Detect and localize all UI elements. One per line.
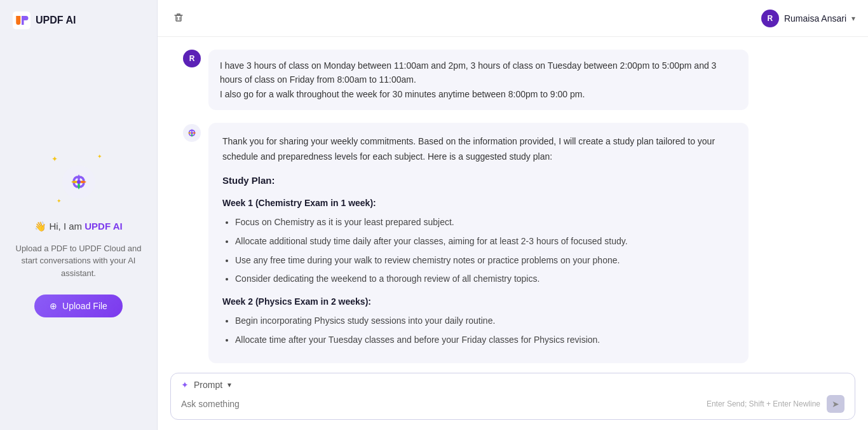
main-header: R Rumaisa Ansari ▾ [158, 0, 868, 37]
sparkle-tr-icon: ✦ [97, 153, 102, 160]
prompt-label: Prompt [194, 380, 222, 390]
ai-logo-container: ✦ ✦ ✦ [50, 153, 107, 211]
user-menu[interactable]: R Rumaisa Ansari ▾ [761, 10, 855, 27]
main-chat-area: R Rumaisa Ansari ▾ R I have 3 hours of c… [158, 0, 868, 430]
study-plan-title: Study Plan: [222, 172, 735, 189]
upload-button-label: Upload File [62, 301, 107, 311]
chat-messages: R I have 3 hours of class on Monday betw… [158, 37, 868, 365]
svg-point-1 [17, 21, 20, 24]
list-item: Begin incorporating Physics study sessio… [235, 314, 735, 329]
user-message-1: R I have 3 hours of class on Monday betw… [183, 50, 843, 110]
sidebar: UPDF AI ✦ ✦ ✦ 👋 Hi, I am UPDF AI Upload … [0, 0, 158, 430]
input-top-row: ✦ Prompt ▾ [181, 380, 844, 390]
input-bottom-row: Enter Send; Shift + Enter Newline ➤ [181, 395, 844, 413]
week1-heading: Week 1 (Chemistry Exam in 1 week): [222, 196, 735, 211]
greeting-text: 👋 Hi, I am UPDF AI [34, 221, 122, 232]
week1-bullets: Focus on Chemistry as it is your least p… [222, 215, 735, 287]
ai-intro-text: Thank you for sharing your weekly commit… [222, 134, 735, 165]
sidebar-main-content: ✦ ✦ ✦ 👋 Hi, I am UPDF AI Upload a PDF to… [0, 41, 157, 430]
sidebar-header: UPDF AI [0, 0, 157, 41]
list-item: Allocate additional study time daily aft… [235, 234, 735, 249]
ai-message-bubble: Thank you for sharing your weekly commit… [208, 123, 749, 363]
list-item: Use any free time during your walk to re… [235, 253, 735, 268]
ai-message-1: Thank you for sharing your weekly commit… [183, 123, 843, 363]
trash-icon [173, 11, 184, 23]
chevron-down-icon: ▾ [851, 14, 855, 23]
ask-input[interactable] [181, 399, 707, 409]
list-item: Consider dedicating the weekend to a tho… [235, 272, 735, 287]
sidebar-app-title: UPDF AI [36, 15, 76, 26]
svg-point-8 [191, 132, 193, 134]
user-message-bubble: I have 3 hours of class on Monday betwee… [208, 50, 749, 110]
sparkle-bl-icon: ✦ [57, 198, 62, 204]
upload-file-button[interactable]: ⊕ Upload File [34, 295, 123, 317]
user-avatar: R [761, 10, 779, 27]
input-area: ✦ Prompt ▾ Enter Send; Shift + Enter New… [158, 365, 868, 430]
updf-ai-brand-icon [62, 165, 95, 198]
sparkle-tl-icon: ✦ [51, 155, 58, 163]
prompt-dropdown-icon[interactable]: ▾ [227, 380, 231, 389]
week2-bullets: Begin incorporating Physics study sessio… [222, 314, 735, 348]
user-message-avatar: R [183, 50, 201, 67]
updf-logo-icon [13, 11, 31, 29]
send-icon: ➤ [832, 399, 839, 409]
description-text: Upload a PDF to UPDF Cloud and start con… [13, 242, 144, 280]
week2-heading: Week 2 (Physics Exam in 2 weeks): [222, 295, 735, 310]
prompt-sparkle-icon: ✦ [181, 380, 189, 390]
input-hint: Enter Send; Shift + Enter Newline [707, 399, 820, 408]
svg-point-3 [77, 180, 81, 184]
svg-rect-4 [176, 15, 181, 21]
delete-conversation-button[interactable] [170, 9, 187, 27]
input-box: ✦ Prompt ▾ Enter Send; Shift + Enter New… [170, 373, 855, 420]
upload-icon: ⊕ [50, 301, 57, 311]
user-message-text: I have 3 hours of class on Monday betwee… [220, 60, 716, 99]
list-item: Allocate time after your Tuesday classes… [235, 333, 735, 348]
send-button[interactable]: ➤ [827, 395, 844, 413]
list-item: Focus on Chemistry as it is your least p… [235, 215, 735, 230]
user-name: Rumaisa Ansari [784, 13, 846, 24]
ai-message-avatar [183, 124, 201, 142]
